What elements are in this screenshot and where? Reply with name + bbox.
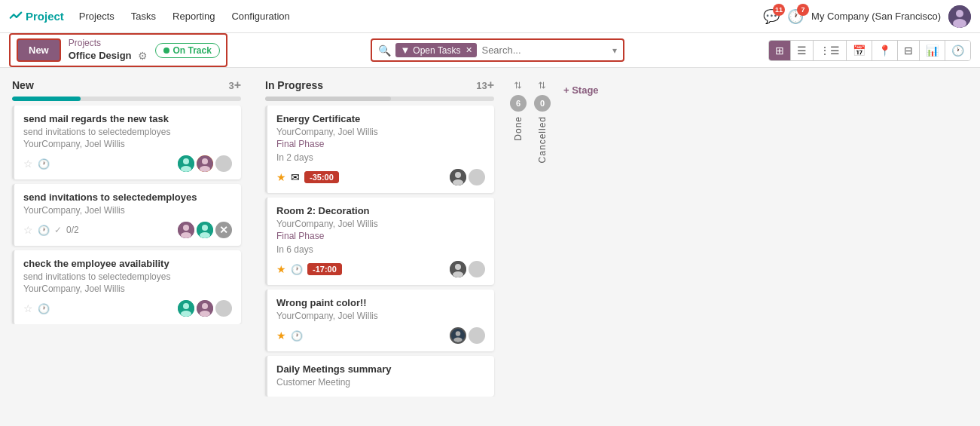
new-button[interactable]: New (17, 38, 61, 62)
card-tag: Final Phase (276, 231, 485, 241)
mail-icon[interactable]: ✉ (291, 171, 300, 183)
card-title: Daily Meetings summary (276, 363, 485, 375)
view-calendar-button[interactable]: 📅 (847, 41, 872, 60)
clock-icon[interactable]: 🕐 (291, 264, 303, 275)
svg-point-22 (455, 172, 461, 178)
star-icon[interactable]: ☆ (23, 224, 33, 236)
column-new: New 3 + send mail regards the new task s… (6, 74, 247, 426)
filter-tag[interactable]: ▼ Open Tasks ✕ (395, 43, 477, 57)
nav-tasks[interactable]: Tasks (130, 8, 157, 25)
activities-badge: 7 (797, 4, 809, 16)
column-cancelled-collapsed[interactable]: ⇄ 0 Cancelled (530, 74, 554, 426)
view-grid-button[interactable]: ⊟ (898, 41, 920, 60)
card-avatars (178, 155, 232, 172)
card-title: Wrong paint color!! (276, 297, 485, 308)
check-icon[interactable]: ✓ (54, 225, 62, 235)
avatar-empty (469, 327, 485, 344)
card-send-invitations[interactable]: send invitations to selectedemployes You… (12, 184, 241, 246)
view-switcher: ⊞ ☰ ⋮☰ 📅 📍 ⊟ 📊 🕐 (768, 40, 971, 61)
activities-button[interactable]: 🕐 7 (787, 8, 804, 25)
card-deadline: In 2 days (276, 152, 485, 163)
filter-close-button[interactable]: ✕ (466, 45, 472, 55)
card-room2-decoration[interactable]: Room 2: Decoration YourCompany, Joel Wil… (265, 198, 494, 285)
column-inprogress-title: In Progress (265, 79, 473, 91)
svg-point-26 (453, 271, 463, 277)
svg-point-29 (453, 337, 462, 342)
nav-reporting[interactable]: Reporting (171, 8, 216, 25)
search-dropdown-button[interactable]: ▾ (612, 45, 617, 56)
column-new-count: 3 (228, 80, 234, 91)
user-avatar[interactable] (948, 5, 971, 28)
view-list-button[interactable]: ☰ (791, 41, 814, 60)
card-energy-certificate[interactable]: Energy Certificate YourCompany, Joel Wil… (265, 106, 494, 193)
view-map-button[interactable]: 📍 (872, 41, 898, 60)
card-company: YourCompany, Joel Willis (23, 139, 232, 149)
card-subtitle: YourCompany, Joel Willis (276, 127, 485, 137)
card-daily-meetings[interactable]: Daily Meetings summary Customer Meeting (265, 356, 494, 397)
card-subtitle: send invitations to selectedemployes (23, 127, 232, 137)
status-badge[interactable]: On Track (155, 43, 220, 58)
view-chart-button[interactable]: 📊 (920, 41, 945, 60)
search-input[interactable] (481, 44, 608, 56)
card-title: send invitations to selectedemployes (23, 192, 232, 203)
avatar (197, 300, 213, 317)
column-new-progress (12, 97, 241, 101)
nav-configuration[interactable]: Configuration (230, 8, 291, 25)
status-indicator (163, 48, 169, 54)
kanban-board: New 3 + send mail regards the new task s… (0, 68, 980, 426)
card-wrong-paint[interactable]: Wrong paint color!! YourCompany, Joel Wi… (265, 290, 494, 351)
card-send-mail[interactable]: send mail regards the new task send invi… (12, 106, 241, 179)
cancelled-label: Cancelled (537, 116, 548, 163)
avatar (178, 222, 194, 238)
card-subtitle: send invitations to selectedemployes (23, 271, 232, 282)
star-icon[interactable]: ★ (276, 263, 286, 275)
breadcrumb-current-page: Office Design (69, 50, 132, 63)
clock-icon[interactable]: 🕐 (38, 158, 50, 170)
breadcrumb-project-link[interactable]: Projects (69, 38, 148, 50)
card-subtitle: YourCompany, Joel Willis (276, 311, 485, 321)
svg-point-8 (200, 166, 210, 172)
clock-icon[interactable]: 🕐 (291, 330, 303, 342)
card-title: check the employee availability (23, 258, 232, 269)
card-footer: ☆ 🕐 (23, 300, 232, 317)
card-avatars (450, 261, 485, 277)
app-logo[interactable]: Project (9, 10, 64, 23)
view-clock-button[interactable]: 🕐 (945, 41, 970, 60)
card-title: send mail regards the new task (23, 113, 232, 124)
avatar-empty (469, 261, 485, 277)
column-new-add-button[interactable]: + (234, 78, 241, 92)
clock-icon[interactable]: 🕐 (38, 225, 50, 236)
column-new-progress-fill (12, 97, 81, 101)
avatar (450, 261, 466, 277)
breadcrumb-left-group: New Projects Office Design ⚙ On Track (9, 33, 227, 68)
star-icon[interactable]: ★ (276, 171, 286, 183)
messages-button[interactable]: 💬 11 (763, 8, 780, 25)
star-icon[interactable]: ☆ (23, 158, 33, 170)
avatar-empty (469, 169, 485, 185)
company-name[interactable]: My Company (San Francisco) (811, 11, 941, 22)
column-inprogress-add-button[interactable]: + (487, 78, 494, 92)
avatar-x: ✕ (215, 222, 232, 238)
svg-point-28 (456, 331, 461, 336)
column-inprogress-progress-fill (265, 97, 391, 101)
clock-icon[interactable]: 🕐 (38, 303, 50, 314)
settings-icon[interactable]: ⚙ (138, 49, 148, 63)
svg-point-20 (200, 311, 210, 317)
card-avatars (450, 327, 485, 344)
done-label: Done (513, 116, 524, 141)
filter-icon: ▼ (400, 44, 410, 56)
star-icon[interactable]: ☆ (23, 302, 33, 314)
view-list2-button[interactable]: ⋮☰ (814, 41, 847, 60)
svg-point-2 (953, 19, 966, 28)
view-kanban-button[interactable]: ⊞ (769, 41, 791, 60)
card-check-availability[interactable]: check the employee availability send inv… (12, 250, 241, 324)
avatar-special (450, 327, 466, 344)
card-avatars (450, 169, 485, 185)
done-count: 6 (510, 95, 527, 112)
column-inprogress-progress (265, 97, 494, 101)
column-done-collapsed[interactable]: ⇄ 6 Done (506, 74, 530, 426)
svg-point-4 (183, 158, 189, 164)
nav-projects[interactable]: Projects (78, 8, 116, 25)
star-icon[interactable]: ★ (276, 329, 286, 342)
add-stage-button[interactable]: + Stage (554, 74, 645, 426)
